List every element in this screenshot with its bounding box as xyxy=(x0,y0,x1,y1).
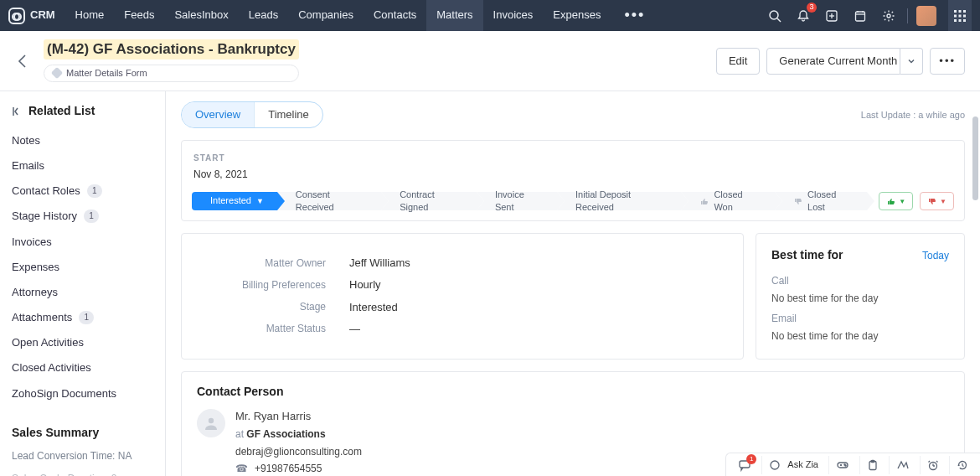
edit-button[interactable]: Edit xyxy=(716,48,760,75)
sidebar-item-contact-roles[interactable]: Contact Roles1 xyxy=(12,178,153,204)
nav-item-companies[interactable]: Companies xyxy=(288,0,364,31)
avatar[interactable] xyxy=(916,6,936,26)
tab-overview[interactable]: Overview xyxy=(182,102,254,127)
sidebar-item-open-activities[interactable]: Open Activities xyxy=(12,330,153,355)
sidebar-item-closed-activities[interactable]: Closed Activities xyxy=(12,355,153,380)
nav-more-button[interactable]: ••• xyxy=(614,0,655,31)
sidebar-item-stage-history[interactable]: Stage History1 xyxy=(12,204,153,229)
bell-icon[interactable]: 3 xyxy=(793,6,813,26)
stage-initial-deposit-received[interactable]: Initial Deposit Received xyxy=(557,192,681,210)
bottom-toolbar: 1 Ask Zia xyxy=(725,453,980,476)
nav-item-expenses[interactable]: Expenses xyxy=(543,0,611,31)
clipboard-icon[interactable] xyxy=(859,456,885,474)
svg-point-0 xyxy=(770,11,778,19)
sidebar-item-attachments[interactable]: Attachments1 xyxy=(12,305,153,330)
svg-point-27 xyxy=(845,464,846,465)
contact-company-line: at GF Associations xyxy=(235,427,362,442)
brand-logo-icon xyxy=(8,8,25,24)
stage-closed-won[interactable]: Closed Won xyxy=(681,192,775,210)
best-time-value: No best time for the day xyxy=(771,292,949,306)
calendar-icon[interactable] xyxy=(850,6,870,26)
svg-rect-15 xyxy=(963,14,966,17)
layout-tag[interactable]: Matter Details Form xyxy=(44,65,299,82)
sidebar-item-label: Expenses xyxy=(12,260,59,275)
brand[interactable]: CRM xyxy=(8,8,55,24)
sidebar-item-notes[interactable]: Notes xyxy=(12,128,153,153)
add-icon[interactable] xyxy=(822,6,842,26)
sidebar-item-zohosign-documents[interactable]: ZohoSign Documents xyxy=(12,381,153,406)
back-button[interactable] xyxy=(12,50,34,72)
tab-timeline[interactable]: Timeline xyxy=(254,102,322,127)
nav-item-invoices[interactable]: Invoices xyxy=(483,0,544,31)
sidebar-item-invoices[interactable]: Invoices xyxy=(12,230,153,255)
scrollbar[interactable] xyxy=(972,108,978,443)
contact-avatar-icon xyxy=(197,409,225,437)
search-icon[interactable] xyxy=(765,6,785,26)
two-col: Matter OwnerJeff WilliamsBilling Prefere… xyxy=(181,233,965,360)
stage-contract-signed[interactable]: Contract Signed xyxy=(381,192,477,210)
sidebar-item-label: ZohoSign Documents xyxy=(12,386,116,401)
svg-point-22 xyxy=(771,461,779,469)
sidebar-item-expenses[interactable]: Expenses xyxy=(12,255,153,280)
thumbs-up-button[interactable]: ▼ xyxy=(879,192,913,210)
zia-icon[interactable] xyxy=(889,456,916,474)
best-time-title: Best time for xyxy=(771,247,843,264)
sidebar-heading: Related List xyxy=(12,103,153,120)
scroll-thumb[interactable] xyxy=(972,116,978,200)
history-icon[interactable] xyxy=(949,456,975,474)
nav-item-matters[interactable]: Matters xyxy=(426,0,482,31)
nav-item-contacts[interactable]: Contacts xyxy=(364,0,426,31)
sidebar-item-emails[interactable]: Emails xyxy=(12,153,153,178)
info-row: Matter Status— xyxy=(200,322,725,337)
bell-badge: 3 xyxy=(807,3,817,13)
ask-zia-button[interactable]: Ask Zia xyxy=(761,456,825,474)
tabs: Overview Timeline xyxy=(181,101,323,128)
svg-rect-11 xyxy=(959,10,962,13)
svg-rect-14 xyxy=(959,14,962,17)
info-label: Matter Status xyxy=(200,322,326,336)
stage-interested[interactable]: Interested▼ xyxy=(192,192,277,210)
apps-grid-icon[interactable] xyxy=(948,0,972,31)
svg-line-1 xyxy=(777,18,781,22)
sidebar-item-count: 1 xyxy=(79,311,94,324)
header-left: (M-42) GF Associations - Bankruptcy Matt… xyxy=(12,39,299,82)
best-time-head: Best time for Today xyxy=(771,247,949,264)
divider xyxy=(907,8,908,23)
alarm-icon[interactable] xyxy=(920,456,946,474)
sidebar-item-label: Emails xyxy=(12,158,44,173)
chat-icon[interactable]: 1 xyxy=(731,456,758,474)
sidebar-item-attorneys[interactable]: Attorneys xyxy=(12,280,153,305)
contact-lines: Mr. Ryan Harris at GF Associations debra… xyxy=(235,409,362,476)
more-actions-button[interactable]: ••• xyxy=(930,48,965,75)
nav-item-salesinbox[interactable]: SalesInbox xyxy=(164,0,238,31)
svg-line-36 xyxy=(962,465,964,466)
gamepad-icon[interactable] xyxy=(828,456,856,474)
stage-track: Interested▼Consent ReceivedContract Sign… xyxy=(182,190,964,212)
sidebar-item-count: 1 xyxy=(87,184,102,198)
info-value: — xyxy=(349,322,360,337)
sidebar-item-label: Attorneys xyxy=(12,285,58,300)
nav-item-home[interactable]: Home xyxy=(65,0,115,31)
stage-start-date: Nov 8, 2021 xyxy=(193,168,952,182)
stage-invoice-sent[interactable]: Invoice Sent xyxy=(477,192,557,210)
stage-closed-lost[interactable]: Closed Lost xyxy=(775,192,867,210)
generate-invoice-caret[interactable] xyxy=(900,48,923,75)
gear-icon[interactable] xyxy=(879,6,899,26)
stage-outcome-buttons: ▼▼ xyxy=(879,192,954,210)
nav-item-leads[interactable]: Leads xyxy=(239,0,288,31)
nav-item-feeds[interactable]: Feeds xyxy=(114,0,164,31)
page-header: (M-42) GF Associations - Bankruptcy Matt… xyxy=(0,31,980,91)
stage-label: Consent Received xyxy=(296,189,368,215)
thumbs-down-button[interactable]: ▼ xyxy=(920,192,954,210)
page-title: (M-42) GF Associations - Bankruptcy xyxy=(44,39,299,60)
sales-summary-lead-conv: Lead Conversion Time: NA xyxy=(12,449,153,463)
stage-start-label: START xyxy=(193,153,952,164)
stage-label: Interested xyxy=(210,194,251,207)
generate-invoice-button[interactable]: Generate Current Month I… xyxy=(766,48,900,75)
tag-icon xyxy=(51,67,63,79)
best-time-today-link[interactable]: Today xyxy=(922,249,949,263)
top-nav-right: 3 xyxy=(765,0,972,31)
stage-consent-received[interactable]: Consent Received xyxy=(277,192,381,210)
svg-line-33 xyxy=(929,461,931,463)
collapse-icon[interactable] xyxy=(12,106,22,116)
